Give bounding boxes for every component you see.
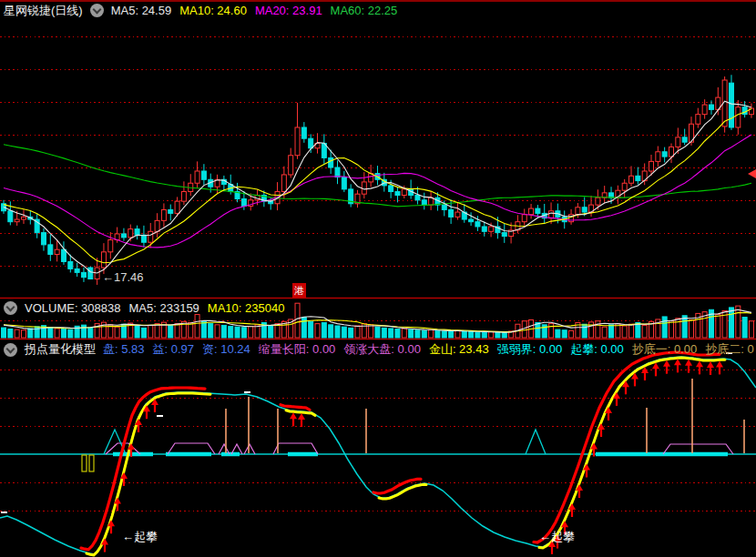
indicator-field: 领涨大盘: 0.00	[343, 341, 421, 358]
gang-marker-badge: 港	[292, 283, 306, 298]
indicator-field: 益: 0.97	[153, 341, 195, 358]
ma-label: MA10: 24.60	[179, 4, 247, 17]
indicator-field: 强弱界: 0.00	[497, 341, 563, 358]
stock-title: 星网锐捷(日线)	[4, 3, 83, 19]
ma-label: MA20: 23.91	[255, 4, 322, 17]
qipan-label-left: ←起攀	[122, 529, 158, 545]
indicator-field: 资: 10.24	[202, 341, 250, 358]
qipan-label-right: ←起攀	[539, 529, 575, 545]
app-window: 星网锐捷(日线) MA5: 24.59MA10: 24.60MA20: 23.9…	[0, 0, 756, 557]
ma20-line	[4, 135, 751, 248]
indicator-name: 拐点量化模型	[25, 341, 96, 358]
indicator-field: 金山: 23.43	[429, 341, 489, 358]
indicator-chevron-icon[interactable]	[4, 343, 17, 357]
collapse-chevron-icon[interactable]	[90, 4, 104, 17]
title-bar: 星网锐捷(日线) MA5: 24.59MA10: 24.60MA20: 23.9…	[0, 2, 756, 19]
ma-label: MA5: 24.59	[111, 4, 172, 17]
ma-labels: MA5: 24.59MA10: 24.60MA20: 23.91MA60: 22…	[111, 4, 406, 17]
ma5-line	[4, 101, 751, 273]
volume-chevron-icon[interactable]	[4, 301, 17, 315]
volume-label: MA10: 235040	[208, 301, 285, 315]
indicator-below-zero-rects	[82, 455, 94, 471]
indicator-field: 缩量长阳: 0.00	[259, 341, 336, 358]
indicator-field: 抄底二: 0.00	[705, 341, 754, 358]
main-candles	[2, 75, 754, 285]
ma-label: MA60: 22.25	[331, 4, 398, 17]
indicator-field: 盘: 5.83	[103, 341, 145, 358]
indicator-field: 抄底一: 0.00	[632, 341, 698, 358]
indicator-vlines	[226, 379, 744, 453]
low-price-label: ←17.46	[102, 270, 144, 284]
price-marker-icon	[748, 169, 756, 178]
volume-label: VOLUME: 308838	[25, 301, 121, 315]
volume-labels: VOLUME: 308838MA5: 233159MA10: 235040	[25, 301, 292, 315]
indicator-fields: 盘: 5.83益: 0.97资: 10.24缩量长阳: 0.00领涨大盘: 0.…	[103, 341, 754, 358]
main-gridlines	[0, 36, 756, 266]
volume-label: MA5: 233159	[129, 301, 199, 315]
pane-dividers	[0, 0, 756, 339]
indicator-field: 起攀: 0.00	[570, 341, 624, 358]
indicator-header: 拐点量化模型 盘: 5.83益: 0.97资: 10.24缩量长阳: 0.00领…	[4, 341, 754, 358]
volume-header: VOLUME: 308838MA5: 233159MA10: 235040	[4, 301, 754, 315]
